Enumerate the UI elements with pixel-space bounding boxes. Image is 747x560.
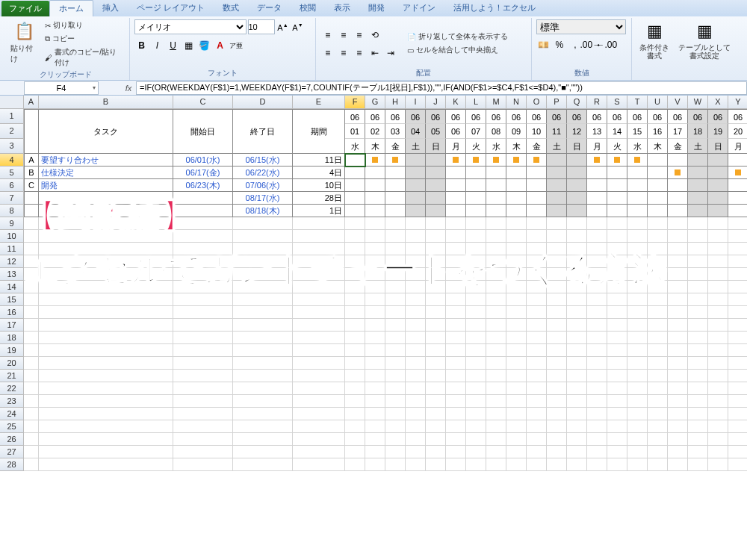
date-dd-7[interactable]: 08 [486, 124, 506, 139]
date-dd-16[interactable]: 17 [668, 124, 688, 139]
formula-input[interactable]: =IF(OR(WEEKDAY(F$1)=1,WEEKDAY(F$1)=7,COU… [136, 81, 747, 95]
header-dur[interactable]: 期間 [293, 109, 345, 154]
cell-O16[interactable] [527, 306, 547, 319]
cell-W26[interactable] [688, 433, 708, 446]
cell-R17[interactable] [587, 319, 607, 332]
cell-R19[interactable] [587, 344, 607, 357]
gantt-1-10[interactable] [547, 167, 567, 179]
cell-O25[interactable] [527, 420, 547, 433]
gantt-3-14[interactable] [627, 192, 648, 205]
cell-R26[interactable] [587, 433, 607, 446]
cell-Q9[interactable] [567, 217, 587, 230]
date-dd-15[interactable]: 16 [648, 124, 668, 139]
row-header-2[interactable]: 2 [0, 124, 24, 139]
date-mm-5[interactable]: 06 [446, 109, 466, 124]
cell-D15[interactable] [233, 293, 293, 306]
cell-J25[interactable] [426, 420, 446, 433]
cell-N25[interactable] [506, 420, 527, 433]
row-header-14[interactable]: 14 [0, 281, 24, 293]
cell-Q25[interactable] [567, 420, 587, 433]
cell-F26[interactable] [345, 433, 365, 446]
gantt-2-2[interactable] [385, 179, 406, 192]
format-as-table-button[interactable]: ▦テーブルとして 書式設定 [675, 19, 734, 69]
cell-B25[interactable] [39, 420, 173, 433]
copy-button[interactable]: ⧉コピー [43, 33, 124, 45]
cell-A15[interactable] [24, 293, 39, 306]
cell-L16[interactable] [466, 306, 486, 319]
cell-E9[interactable] [293, 217, 345, 230]
gantt-3-9[interactable] [527, 192, 547, 205]
cell-F16[interactable] [345, 306, 365, 319]
cell-W20[interactable] [688, 357, 708, 370]
date-mm-8[interactable]: 06 [506, 109, 527, 124]
cell-N18[interactable] [506, 332, 527, 344]
cell-W15[interactable] [688, 293, 708, 306]
date-mm-2[interactable]: 06 [385, 109, 406, 124]
cell-L22[interactable] [466, 382, 486, 395]
col-header-Y[interactable]: Y [728, 96, 747, 109]
col-header-M[interactable]: M [486, 96, 506, 109]
header-end[interactable]: 終了日 [233, 109, 293, 154]
date-dd-18[interactable]: 19 [708, 124, 728, 139]
cell-J21[interactable] [426, 370, 446, 382]
cell-L15[interactable] [466, 293, 486, 306]
cell-H28[interactable] [385, 458, 406, 471]
date-mm-11[interactable]: 06 [567, 109, 587, 124]
cell-O23[interactable] [527, 395, 547, 408]
gantt-3-6[interactable] [466, 192, 486, 205]
cell-G9[interactable] [365, 217, 385, 230]
cell-X21[interactable] [708, 370, 728, 382]
gantt-3-17[interactable] [688, 192, 708, 205]
cell-K27[interactable] [446, 446, 466, 458]
cell-C15[interactable] [173, 293, 233, 306]
cell-C20[interactable] [173, 357, 233, 370]
cell-N24[interactable] [506, 408, 527, 420]
row-header-17[interactable]: 17 [0, 319, 24, 332]
cell-W19[interactable] [688, 344, 708, 357]
gantt-1-0[interactable] [345, 167, 365, 179]
dec-decimal-button[interactable]: ←.00 [599, 37, 614, 52]
cell-A20[interactable] [24, 357, 39, 370]
cell-G16[interactable] [365, 306, 385, 319]
header-blank-A[interactable] [24, 109, 39, 154]
cell-S24[interactable] [607, 408, 627, 420]
gantt-2-1[interactable] [365, 179, 385, 192]
gantt-4-13[interactable] [607, 205, 627, 217]
col-header-J[interactable]: J [426, 96, 446, 109]
task-start-1[interactable]: 06/17(金) [173, 167, 233, 179]
gantt-4-10[interactable] [547, 205, 567, 217]
cell-X15[interactable] [708, 293, 728, 306]
gantt-3-2[interactable] [385, 192, 406, 205]
cell-X23[interactable] [708, 395, 728, 408]
gantt-2-3[interactable] [406, 179, 426, 192]
cell-D23[interactable] [233, 395, 293, 408]
cell-W16[interactable] [688, 306, 708, 319]
cell-Y24[interactable] [728, 408, 747, 420]
date-wd-0[interactable]: 水 [345, 139, 365, 154]
paste-button[interactable]: 📋 貼り付け [7, 19, 40, 69]
ribbon-tab-6[interactable]: 表示 [325, 0, 359, 16]
cell-K24[interactable] [446, 408, 466, 420]
cell-Q16[interactable] [567, 306, 587, 319]
cell-U9[interactable] [648, 217, 668, 230]
row-header-24[interactable]: 24 [0, 408, 24, 420]
cell-P20[interactable] [547, 357, 567, 370]
cell-R16[interactable] [587, 306, 607, 319]
cell-K17[interactable] [446, 319, 466, 332]
cell-K16[interactable] [446, 306, 466, 319]
cell-Y14[interactable] [728, 281, 747, 293]
cell-K22[interactable] [446, 382, 466, 395]
task-start-0[interactable]: 06/01(水) [173, 154, 233, 167]
cell-E23[interactable] [293, 395, 345, 408]
cell-L10[interactable] [466, 230, 486, 243]
gantt-3-12[interactable] [587, 192, 607, 205]
cell-N19[interactable] [506, 344, 527, 357]
ribbon-tab-5[interactable]: 校閲 [291, 0, 325, 16]
cell-U26[interactable] [648, 433, 668, 446]
cell-N21[interactable] [506, 370, 527, 382]
cell-A28[interactable] [24, 458, 39, 471]
gantt-4-12[interactable] [587, 205, 607, 217]
task-name-0[interactable]: 要望すり合わせ [39, 154, 173, 167]
cell-F24[interactable] [345, 408, 365, 420]
cell-D19[interactable] [233, 344, 293, 357]
